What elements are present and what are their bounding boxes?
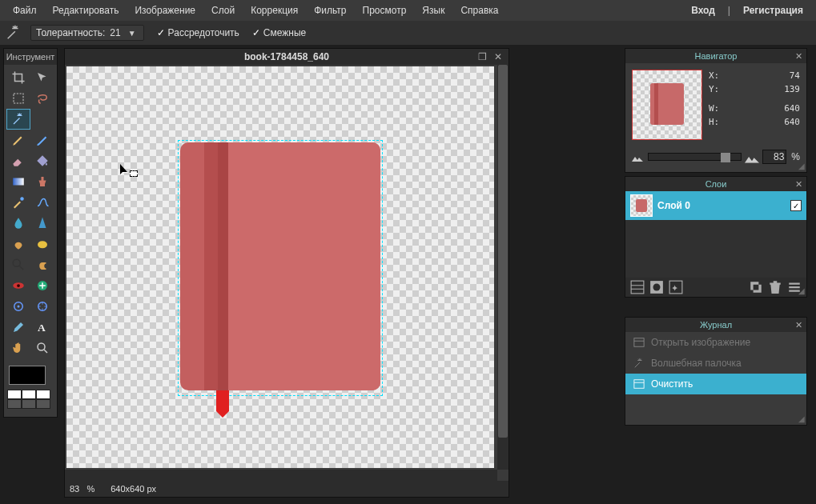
anti-alias-toggle[interactable]: ✓ Рассредоточить	[157, 27, 239, 38]
history-item[interactable]: Волшебная палочка	[625, 353, 806, 374]
palette-white[interactable]	[36, 390, 50, 399]
resize-handle-icon[interactable]: ◢	[798, 162, 805, 170]
history-item-active[interactable]: Очистить	[625, 374, 806, 394]
zoom-in-icon[interactable]	[745, 152, 759, 162]
tool-draw[interactable]	[30, 192, 54, 213]
close-icon[interactable]: ✕	[795, 51, 802, 62]
nav-h: 640	[784, 116, 800, 130]
tool-type[interactable]: A	[30, 317, 54, 338]
close-icon[interactable]: ✕	[494, 51, 505, 62]
palette-gray[interactable]	[36, 399, 50, 409]
canvas-title: book-1784458_640	[244, 51, 329, 62]
zoom-unit: %	[791, 151, 800, 162]
tool-bucket[interactable]	[30, 150, 54, 171]
tool-move[interactable]	[30, 67, 54, 88]
menu-help[interactable]: Справка	[452, 1, 506, 20]
menu-edit[interactable]: Редактировать	[45, 1, 127, 20]
cursor-trail-icon	[130, 170, 138, 177]
anti-alias-label: Рассредоточить	[168, 27, 239, 38]
tool-clone[interactable]	[30, 171, 54, 192]
menu-bar: Файл Редактировать Изображение Слой Корр…	[0, 0, 816, 21]
svg-point-15	[653, 284, 661, 291]
tool-brush[interactable]	[30, 130, 54, 150]
svg-rect-0	[14, 94, 23, 103]
close-icon[interactable]: ✕	[795, 320, 802, 330]
resize-handle-icon[interactable]: ◢	[798, 414, 805, 423]
palette-white[interactable]	[7, 390, 22, 399]
tool-wand[interactable]	[6, 109, 30, 130]
menu-layer[interactable]: Слой	[203, 1, 243, 20]
palette-gray[interactable]	[7, 399, 22, 409]
book-image	[180, 142, 380, 390]
palette-gray[interactable]	[22, 399, 36, 409]
zoom-out-icon[interactable]	[632, 153, 643, 161]
tolerance-value: 21	[110, 27, 120, 38]
chevron-down-icon[interactable]: ▼	[126, 29, 139, 38]
scrollbar-horizontal[interactable]	[65, 470, 497, 481]
tool-gradient[interactable]	[6, 171, 30, 192]
history-item[interactable]: Открыть изображение	[625, 332, 806, 353]
canvas-titlebar[interactable]: book-1784458_640 ❐ ✕	[65, 49, 508, 65]
navigator-thumbnail[interactable]	[632, 70, 702, 140]
layer-delete-icon[interactable]	[768, 280, 782, 294]
tolerance-box[interactable]: Толерантность: 21 ▼	[30, 25, 144, 41]
canvas-viewport[interactable]	[66, 66, 496, 468]
svg-point-6	[17, 284, 20, 287]
tool-burn[interactable]	[30, 254, 54, 275]
login-link[interactable]: Вход	[683, 1, 723, 20]
maximize-icon[interactable]: ❐	[478, 51, 489, 62]
status-zoom-unit: %	[86, 484, 94, 494]
navigator-info: X:74 Y:139 W:640 H:640	[709, 70, 800, 140]
svg-point-4	[13, 259, 20, 266]
tool-dodge[interactable]	[6, 254, 30, 275]
tool-bloat[interactable]	[6, 296, 30, 317]
color-swatch[interactable]	[9, 366, 52, 388]
tool-hand[interactable]	[6, 338, 30, 358]
tool-replace-color[interactable]	[6, 192, 30, 213]
close-icon[interactable]: ✕	[795, 179, 802, 190]
tool-pencil[interactable]	[6, 130, 30, 150]
tool-marquee[interactable]	[6, 88, 30, 109]
tool-picker[interactable]	[6, 317, 30, 338]
menu-view[interactable]: Просмотр	[355, 1, 415, 20]
tool-spot-heal[interactable]	[30, 275, 54, 296]
menu-language[interactable]: Язык	[414, 1, 452, 20]
resize-handle-icon[interactable]: ◢	[798, 286, 805, 295]
menu-adjust[interactable]: Коррекция	[243, 1, 306, 20]
layer-row[interactable]: Слой 0 ✓	[625, 191, 806, 220]
svg-point-12	[38, 343, 45, 350]
layer-name: Слой 0	[657, 200, 690, 211]
svg-text:A: A	[38, 322, 46, 334]
tool-sponge[interactable]	[30, 234, 54, 254]
scrollbar-vertical[interactable]	[497, 65, 508, 470]
tool-pinch[interactable]	[30, 296, 54, 317]
nav-x: 74	[790, 70, 800, 83]
layer-settings-icon[interactable]	[630, 280, 645, 294]
history-label: Волшебная палочка	[651, 358, 742, 369]
menu-image[interactable]: Изображение	[127, 1, 203, 20]
tool-crop[interactable]	[6, 67, 30, 88]
tool-redeye[interactable]	[6, 275, 30, 296]
tool-smudge[interactable]	[6, 234, 30, 254]
tool-zoom[interactable]	[30, 338, 54, 358]
layer-styles-icon[interactable]: ✦	[669, 280, 683, 294]
layer-mask-icon[interactable]	[649, 280, 664, 294]
register-link[interactable]: Регистрация	[735, 1, 811, 20]
menu-filter[interactable]: Фильтр	[306, 1, 354, 20]
tool-eraser[interactable]	[6, 150, 30, 171]
canvas-window: book-1784458_640 ❐ ✕	[64, 48, 509, 498]
tool-lasso[interactable]	[30, 88, 54, 109]
palette-white[interactable]	[22, 390, 36, 399]
tool-blur[interactable]	[6, 213, 30, 234]
navigator-title: Навигатор	[695, 51, 738, 61]
menu-file[interactable]: Файл	[5, 1, 45, 20]
zoom-value[interactable]: 83	[762, 150, 786, 164]
tool-sharpen[interactable]	[30, 213, 54, 234]
svg-text:✦: ✦	[671, 283, 678, 293]
layer-merge-icon[interactable]	[749, 280, 763, 294]
layer-visibility-checkbox[interactable]: ✓	[790, 200, 802, 211]
zoom-slider[interactable]	[648, 153, 742, 161]
contiguous-toggle[interactable]: ✓ Смежные	[252, 27, 306, 38]
tool-empty	[30, 109, 54, 130]
options-bar: Толерантность: 21 ▼ ✓ Рассредоточить ✓ С…	[0, 21, 816, 45]
